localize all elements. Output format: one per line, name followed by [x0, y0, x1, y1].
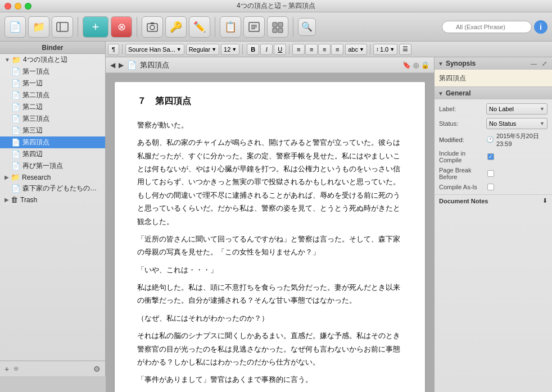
doc-icon: 📄: [11, 79, 20, 88]
close-button[interactable]: [4, 3, 11, 10]
info-button[interactable]: i: [534, 20, 548, 34]
nav-prev-button[interactable]: ◀: [110, 61, 115, 69]
sidebar-item-label: 再び第一頂点: [22, 161, 103, 171]
sidebar-item-ch1c[interactable]: 📄 再び第一頂点: [0, 160, 105, 172]
chevron-down-icon: ▼: [232, 47, 237, 52]
doc-header-title: 第四頂点: [140, 60, 399, 70]
list-button[interactable]: ☰: [399, 44, 411, 55]
paragraph-7: それは私の脳のシナプスに聞くしかあるまい。直感だ。嫌な予感。私はそのとき警察官の…: [137, 329, 402, 368]
font-size-dropdown[interactable]: 12 ▼: [221, 44, 239, 55]
zoom-button[interactable]: 🔍: [298, 18, 316, 36]
chapter-heading: ７ 第四頂点: [137, 93, 402, 110]
bookmark-icon[interactable]: 🔖: [402, 61, 411, 69]
sidebar-item-ch1b[interactable]: 📄 第一辺: [0, 78, 105, 89]
synopsis-expand-button[interactable]: ⤢: [540, 60, 549, 68]
modified-value: 2015年5月20日 23:59: [496, 132, 548, 147]
paragraph-button[interactable]: ¶: [108, 44, 119, 55]
font-style-label: Regular: [189, 46, 211, 53]
doc-icon: 📄: [11, 150, 20, 158]
underline-button[interactable]: U: [274, 44, 286, 55]
svg-rect-4: [151, 22, 154, 24]
synopsis-header[interactable]: ▼ Synopsis — ⤢: [435, 57, 552, 70]
new-doc-button[interactable]: 📄: [4, 16, 26, 38]
font-name-dropdown[interactable]: Source Han Sa... ▼: [125, 44, 184, 55]
doc-icon: 📄: [11, 67, 20, 76]
lock-icon[interactable]: 🔒: [421, 61, 429, 69]
outline-button[interactable]: [243, 16, 265, 38]
synopsis-title: Synopsis: [446, 60, 527, 67]
key-button[interactable]: 🔑: [165, 16, 187, 38]
sidebar-item-root[interactable]: ▼ 📁 4つの頂点と辺: [0, 54, 105, 66]
bold-button[interactable]: B: [247, 44, 259, 55]
sidebar-item-ch4b[interactable]: 📄 第四辺: [0, 148, 105, 160]
sidebar-item-label: 第一辺: [22, 79, 103, 88]
minimize-button[interactable]: [15, 3, 21, 10]
page-break-row: Page Break Before: [435, 165, 552, 182]
sidebar-footer: + ⊕ ⚙: [0, 361, 105, 376]
arrow-icon: ▼: [4, 57, 10, 63]
toolbar-sep: [242, 44, 243, 54]
line-spacing-dropdown[interactable]: ↕ 1.0 ▼: [373, 44, 397, 55]
binder-button[interactable]: [52, 16, 73, 38]
snapshot-button[interactable]: [142, 16, 163, 38]
align-left-button[interactable]: ≡: [292, 44, 305, 55]
doc-notes-expand-icon[interactable]: ⬇: [542, 197, 548, 204]
include-compile-checkbox[interactable]: ✓: [487, 153, 494, 160]
italic-button[interactable]: I: [260, 44, 273, 55]
sidebar-item-ch2a[interactable]: 📄 第二頂点: [0, 89, 105, 101]
sidebar-item-ch3b[interactable]: 📄 第三辺: [0, 125, 105, 136]
sidebar-item-label: 第四頂点: [22, 138, 103, 147]
align-center-button[interactable]: ≡: [305, 44, 318, 55]
label-field-label: Label:: [439, 106, 484, 112]
svg-rect-2: [147, 24, 157, 31]
window-title: 4つの頂点と辺 – 第四頂点: [237, 1, 315, 11]
maximize-button[interactable]: [25, 3, 31, 10]
content-toolbar: ¶ Source Han Sa... ▼ Regular ▼ 12 ▼ B: [106, 42, 552, 57]
status-dropdown[interactable]: No Status ▼: [486, 118, 548, 129]
sidebar-item-sub1[interactable]: 📄 森下家の子どもたちの…: [0, 183, 105, 194]
align-right-button[interactable]: ≡: [318, 44, 331, 55]
font-style-dropdown[interactable]: Regular ▼: [186, 44, 219, 55]
sidebar-item-ch2b[interactable]: 📄 第二辺: [0, 101, 105, 113]
align-justify-button[interactable]: ≡: [331, 44, 343, 55]
doc-actions: 🔖 ◎ 🔒: [402, 61, 429, 69]
edit-button[interactable]: ✏️: [189, 16, 210, 38]
arrow-icon: ▶: [4, 174, 9, 180]
add-button[interactable]: +: [83, 16, 108, 38]
index-card-button[interactable]: 📋: [220, 16, 241, 38]
editor-container: ７ 第四頂点 警察が動いた。 ある朝、私の家のチャイムが鳴らされ、開けてみると警…: [106, 73, 434, 392]
chevron-down-icon: ▼: [177, 47, 182, 52]
line-spacing-label: 1.0: [380, 46, 388, 53]
add-footer-button[interactable]: +: [4, 364, 9, 373]
synopsis-collapse-button[interactable]: —: [529, 60, 539, 68]
svg-point-3: [150, 25, 155, 30]
search-wrapper: 🔍: [442, 21, 532, 33]
nav-next-button[interactable]: ▶: [119, 61, 124, 69]
right-panel: ▼ Synopsis — ⤢ 第四頂点: [434, 57, 552, 392]
delete-button[interactable]: ⊗: [111, 16, 132, 38]
sidebar-item-research[interactable]: ▶ 📁 Research: [0, 172, 105, 183]
paragraph-6: （なぜ、私にはそれがわかったのか？）: [137, 312, 402, 325]
synopsis-section: ▼ Synopsis — ⤢ 第四頂点: [435, 57, 552, 87]
modified-clock-icon: 🕐: [486, 136, 494, 143]
page-break-checkbox[interactable]: [487, 170, 494, 177]
settings-footer-button[interactable]: ⚙: [93, 364, 101, 373]
open-button[interactable]: 📁: [28, 16, 49, 38]
text-style-dropdown[interactable]: abc ▼: [345, 44, 367, 55]
sidebar-item-ch1a[interactable]: 📄 第一頂点: [0, 66, 105, 78]
sidebar-item-ch4a[interactable]: 📄 第四頂点: [0, 136, 105, 148]
target-icon[interactable]: ◎: [413, 61, 419, 69]
sidebar-item-trash[interactable]: ▶ 🗑 Trash: [0, 194, 105, 205]
general-header[interactable]: ▼ General: [435, 87, 552, 99]
label-value: No Label: [489, 106, 514, 112]
sidebar-item-ch3a[interactable]: 📄 第三頂点: [0, 113, 105, 125]
editor[interactable]: ７ 第四頂点 警察が動いた。 ある朝、私の家のチャイムが鳴らされ、開けてみると警…: [115, 82, 425, 392]
editor-wrapper: ◀ ▶ 📄 第四頂点 🔖 ◎ 🔒 ７ 第四頂点: [106, 57, 434, 392]
corkboard-button[interactable]: [267, 16, 288, 38]
compile-as-is-checkbox[interactable]: [487, 184, 494, 190]
content-area: ¶ Source Han Sa... ▼ Regular ▼ 12 ▼ B: [106, 42, 552, 376]
status-row: Status: No Status ▼: [435, 116, 552, 131]
label-dropdown[interactable]: No Label ▼: [486, 103, 548, 115]
search-input[interactable]: [442, 21, 532, 33]
trash-icon: 🗑: [11, 195, 18, 204]
